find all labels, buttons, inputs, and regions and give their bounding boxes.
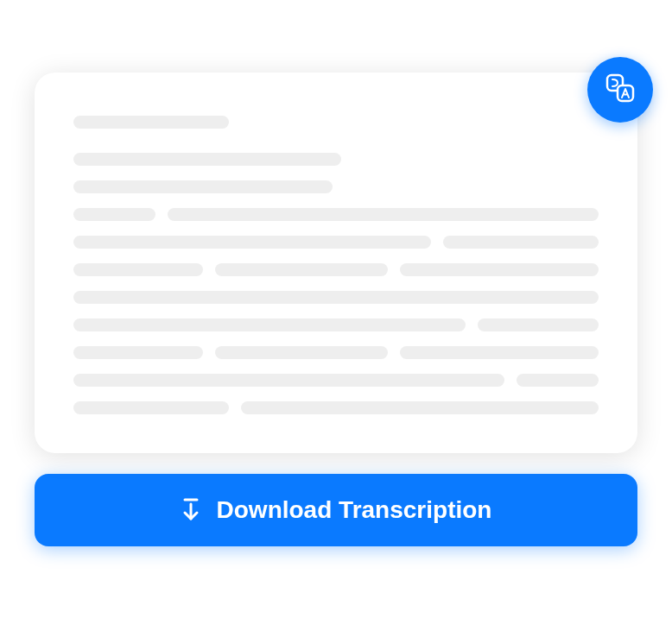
skeleton-line [73, 374, 504, 387]
skeleton-line [73, 208, 155, 221]
skeleton-line [215, 346, 388, 359]
skeleton-row [73, 346, 599, 359]
skeleton-line [517, 374, 599, 387]
skeleton-line [73, 318, 466, 331]
skeleton-line [73, 180, 333, 193]
skeleton-line [73, 401, 229, 414]
skeleton-row [73, 180, 599, 193]
skeleton-line [73, 346, 203, 359]
skeleton-line [400, 346, 599, 359]
skeleton-line [400, 263, 599, 276]
skeleton-row [73, 291, 599, 304]
skeleton-row [73, 374, 599, 387]
skeleton-row [73, 153, 599, 166]
skeleton-line [73, 263, 203, 276]
svg-rect-1 [618, 85, 633, 101]
skeleton-row [73, 208, 599, 221]
download-icon [181, 498, 201, 522]
skeleton-line [168, 208, 599, 221]
translate-button[interactable] [587, 57, 653, 123]
skeleton-title [73, 116, 229, 129]
skeleton-line [73, 153, 341, 166]
translate-icon [602, 70, 638, 110]
transcription-document-card [35, 73, 637, 453]
skeleton-row [73, 318, 599, 331]
download-button-label: Download Transcription [217, 496, 492, 524]
skeleton-line [241, 401, 599, 414]
skeleton-line [443, 236, 599, 249]
skeleton-line [73, 236, 431, 249]
download-transcription-button[interactable]: Download Transcription [35, 474, 637, 546]
skeleton-line [73, 291, 599, 304]
skeleton-line [478, 318, 599, 331]
skeleton-row [73, 263, 599, 276]
skeleton-line [215, 263, 388, 276]
skeleton-row [73, 236, 599, 249]
skeleton-row [73, 401, 599, 414]
